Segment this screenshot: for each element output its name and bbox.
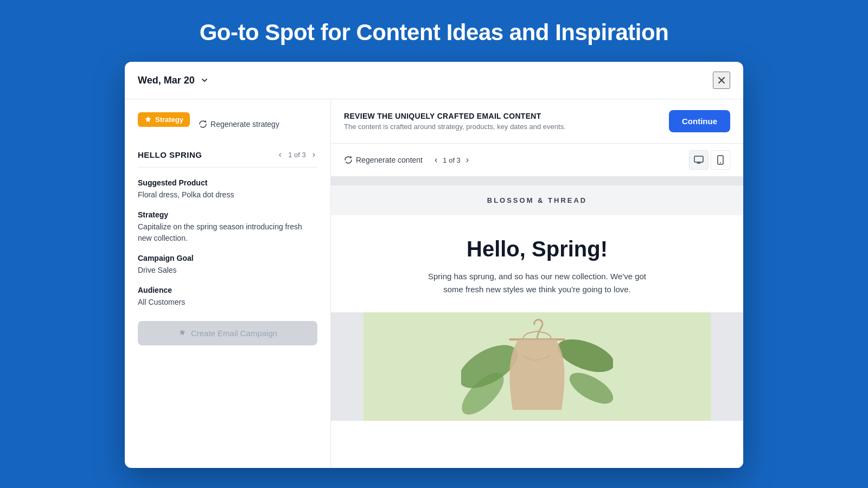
campaign-prev-button[interactable]: ‹	[277, 149, 284, 160]
content-next-button[interactable]: ›	[465, 154, 470, 166]
create-email-campaign-label: Create Email Campaign	[191, 329, 277, 338]
modal-date-button[interactable]: Wed, Mar 20	[138, 75, 210, 86]
campaign-next-button[interactable]: ›	[310, 149, 317, 160]
svg-point-2	[720, 162, 721, 163]
modal: Wed, Mar 20 Strategy	[125, 62, 743, 468]
content-pagination: ‹ 1 of 3 ›	[433, 154, 470, 166]
strategy-header-row: Strategy Regenerate strategy	[138, 112, 317, 136]
content-controls: Regenerate content ‹ 1 of 3 ›	[331, 144, 743, 177]
regenerate-content-icon	[344, 156, 353, 164]
campaign-goal-label: Campaign Goal	[138, 254, 317, 262]
strategy-badge-label: Strategy	[155, 115, 183, 124]
regenerate-content-label: Regenerate content	[356, 156, 423, 164]
suggested-product-section: Suggested Product Floral dress, Polka do…	[138, 178, 317, 201]
mobile-view-button[interactable]	[711, 150, 730, 170]
email-sidebar-left	[331, 312, 363, 421]
campaign-goal-section: Campaign Goal Drive Sales	[138, 254, 317, 276]
strategy-icon	[144, 116, 152, 124]
review-banner: REVIEW THE UNIQUELY CRAFTED EMAIL CONTEN…	[331, 99, 743, 144]
desktop-view-button[interactable]	[689, 150, 709, 170]
strategy-badge[interactable]: Strategy	[138, 112, 190, 127]
modal-header: Wed, Mar 20	[125, 62, 743, 99]
email-image-section	[331, 312, 743, 421]
right-panel: REVIEW THE UNIQUELY CRAFTED EMAIL CONTEN…	[331, 99, 743, 468]
email-preview: BLOSSOM & THREAD Hello, Spring! Spring h…	[331, 177, 743, 468]
svg-point-6	[565, 367, 613, 410]
content-prev-button[interactable]: ‹	[433, 154, 438, 166]
email-hero: Hello, Spring! Spring has sprung, and so…	[331, 215, 743, 312]
campaign-pagination-text: 1 of 3	[288, 151, 306, 159]
regenerate-icon	[199, 120, 207, 129]
svg-rect-0	[694, 156, 703, 162]
regenerate-content-button[interactable]: Regenerate content	[344, 156, 423, 164]
strategy-section: Strategy Capitalize on the spring season…	[138, 210, 317, 244]
suggested-product-value: Floral dress, Polka dot dress	[138, 189, 317, 201]
email-header: BLOSSOM & THREAD	[331, 185, 743, 215]
close-button[interactable]	[713, 72, 730, 89]
strategy-value: Capitalize on the spring season introduc…	[138, 221, 317, 244]
hanger-svg	[461, 312, 613, 421]
create-email-campaign-button[interactable]: Create Email Campaign	[138, 321, 317, 345]
continue-button[interactable]: Continue	[669, 110, 730, 132]
create-campaign-icon	[178, 329, 187, 338]
audience-section: Audience All Customers	[138, 286, 317, 308]
page-title: Go-to Spot for Content Ideas and Inspira…	[200, 0, 669, 62]
regenerate-strategy-label: Regenerate strategy	[210, 120, 279, 129]
audience-value: All Customers	[138, 297, 317, 308]
campaign-pagination: ‹ 1 of 3 ›	[277, 149, 317, 160]
modal-date-text: Wed, Mar 20	[138, 75, 195, 86]
campaign-title: HELLO SPRING	[138, 150, 202, 159]
campaign-goal-value: Drive Sales	[138, 265, 317, 276]
email-top-bar	[331, 177, 743, 185]
strategy-label: Strategy	[138, 210, 317, 219]
clothing-hanger-visual	[461, 312, 613, 421]
left-panel: Strategy Regenerate strategy HELLO SPRIN…	[125, 99, 331, 468]
chevron-down-icon	[199, 75, 210, 86]
email-brand: BLOSSOM & THREAD	[342, 196, 732, 204]
review-subtext: The content is crafted around strategy, …	[344, 123, 566, 131]
view-controls	[689, 150, 730, 170]
review-text: REVIEW THE UNIQUELY CRAFTED EMAIL CONTEN…	[344, 112, 566, 131]
email-headline: Hello, Spring!	[363, 237, 711, 261]
audience-label: Audience	[138, 286, 317, 294]
mobile-icon	[716, 155, 725, 165]
email-preview-wrapper: BLOSSOM & THREAD Hello, Spring! Spring h…	[331, 177, 743, 468]
continue-label: Continue	[682, 117, 717, 126]
email-body-text: Spring has sprung, and so has our new co…	[423, 270, 651, 296]
modal-body: Strategy Regenerate strategy HELLO SPRIN…	[125, 99, 743, 468]
content-pagination-text: 1 of 3	[443, 156, 461, 164]
regenerate-strategy-button[interactable]: Regenerate strategy	[199, 120, 279, 129]
suggested-product-label: Suggested Product	[138, 178, 317, 187]
email-sidebar-right	[711, 312, 743, 421]
campaign-title-row: HELLO SPRING ‹ 1 of 3 ›	[138, 149, 317, 168]
review-heading: REVIEW THE UNIQUELY CRAFTED EMAIL CONTEN…	[344, 112, 566, 120]
desktop-icon	[694, 155, 704, 165]
